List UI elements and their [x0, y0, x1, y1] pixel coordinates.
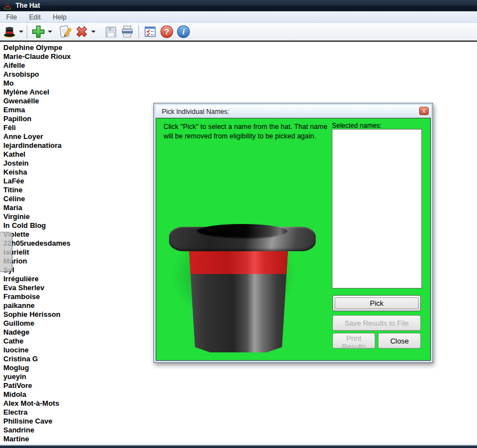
names-list: Delphine Olympe Marie-Claude Rioux Aifel… [0, 42, 137, 446]
dialog-instructions: Click "Pick" to select a name from the h… [163, 122, 330, 141]
options-checklist-icon [143, 25, 157, 38]
menu-item[interactable]: Help [47, 12, 73, 22]
help-question-icon: ? [160, 24, 174, 39]
about-info-icon: i [176, 24, 191, 39]
list-item[interactable]: Eva Sherlev [3, 283, 137, 292]
list-item[interactable]: Mo [3, 79, 137, 88]
toolbar-separator [27, 25, 27, 38]
list-item[interactable]: Sophie Hérisson [3, 310, 137, 319]
print-button[interactable] [120, 24, 135, 39]
list-item[interactable]: Maria [3, 203, 137, 212]
drag-ghost-artifact [0, 232, 12, 272]
list-item[interactable]: Sandrine [3, 426, 137, 435]
save-button[interactable] [103, 24, 118, 39]
selected-names-listbox[interactable] [332, 129, 422, 288]
chevron-down-icon [48, 31, 52, 33]
print-printer-icon [120, 24, 135, 39]
list-item[interactable]: Arsobispo [3, 70, 137, 79]
window-bottom-edge [0, 444, 477, 448]
top-hat-icon[interactable] [3, 2, 12, 10]
hat-opening [197, 224, 287, 239]
list-item[interactable]: Syl [3, 266, 137, 275]
close-icon: x [423, 108, 426, 114]
delete-dropdown-caret[interactable] [90, 24, 96, 39]
list-item[interactable]: Céline [3, 195, 137, 203]
window-titlebar: The Hat [0, 0, 477, 12]
list-item[interactable]: Kathel [3, 150, 137, 159]
list-item[interactable]: Delphine Olympe [3, 43, 137, 52]
add-name-button[interactable] [31, 24, 46, 39]
list-item[interactable]: Philisine Cave [3, 417, 137, 426]
list-item[interactable]: 22h05ruedesdames [3, 239, 137, 248]
toolbar-separator [138, 25, 139, 38]
list-item[interactable]: Nadège [3, 328, 137, 337]
list-item[interactable]: PatiVore [3, 381, 137, 390]
list-item[interactable]: lejardindenatiora [3, 141, 137, 150]
list-item[interactable]: Moglug [3, 364, 137, 372]
top-hat-picker-icon [3, 25, 16, 38]
list-item[interactable]: Cathe [3, 337, 137, 346]
hat-picker-button[interactable] [2, 24, 17, 39]
list-item[interactable]: Virginie [3, 212, 137, 221]
list-item[interactable]: paikanne [3, 301, 137, 310]
list-item[interactable]: Aifelle [3, 61, 137, 70]
list-item[interactable]: Framboise [3, 292, 137, 301]
list-item[interactable]: Marion [3, 257, 137, 266]
chevron-down-icon [19, 31, 23, 33]
list-item[interactable]: Cristina G [3, 355, 137, 364]
list-item[interactable]: Marie-Claude Rioux [3, 52, 137, 61]
help-button[interactable]: ? [159, 24, 175, 39]
list-item[interactable]: Féli [3, 123, 137, 132]
add-dropdown-caret[interactable] [47, 24, 53, 39]
list-item[interactable]: Gwenaëlle [3, 97, 137, 106]
pick-button[interactable]: Pick [332, 295, 421, 311]
toolbar-separator [99, 25, 100, 38]
list-item[interactable]: Keisha [3, 168, 137, 177]
list-item[interactable]: yueyin [3, 372, 137, 381]
options-button[interactable] [142, 24, 158, 39]
list-item[interactable]: Guillome [3, 319, 137, 328]
print-results-button[interactable]: Print Results [332, 333, 375, 349]
close-button[interactable]: Close [378, 333, 421, 349]
menu-item[interactable]: File [0, 12, 23, 22]
menu-bar: File Edit Help [0, 12, 477, 23]
list-item[interactable]: Violette [3, 230, 137, 239]
list-item[interactable]: Irrégulière [3, 275, 137, 283]
top-hat-graphic [165, 222, 320, 359]
hat-dropdown-caret[interactable] [18, 24, 24, 39]
delete-name-button[interactable] [74, 24, 90, 39]
chevron-down-icon [91, 31, 96, 33]
list-item[interactable]: laurielit [3, 248, 137, 257]
list-item[interactable]: Anne Loyer [3, 132, 137, 141]
dialog-content: Click "Pick" to select a name from the h… [156, 118, 431, 361]
list-item[interactable]: Martine [3, 435, 137, 444]
edit-name-button[interactable] [57, 24, 73, 39]
save-floppy-icon [104, 25, 118, 39]
menu-item[interactable]: Edit [23, 12, 47, 22]
list-item[interactable]: Mylène Ancel [3, 88, 137, 97]
dialog-titlebar: Pick Individual Names: x [156, 105, 431, 118]
list-item[interactable]: Emma [3, 106, 137, 115]
list-item[interactable]: Papillon [3, 115, 137, 123]
list-item[interactable]: Jostein [3, 159, 137, 168]
list-item[interactable]: Alex Mot-à-Mots [3, 399, 137, 408]
toolbar: ? i [0, 23, 477, 42]
list-item[interactable]: luocine [3, 346, 137, 355]
save-results-button[interactable]: Save Results to File [332, 315, 421, 331]
list-item[interactable]: Titine [3, 186, 137, 195]
pick-names-dialog: Pick Individual Names: x Click "Pick" to… [153, 103, 433, 363]
edit-name-pencil-icon [58, 24, 72, 39]
add-name-plus-icon [31, 24, 46, 39]
list-item[interactable]: LaFée [3, 177, 137, 186]
svg-text:?: ? [164, 27, 169, 36]
list-item[interactable]: Midola [3, 390, 137, 399]
list-item[interactable]: Electra [3, 408, 137, 417]
delete-name-x-icon [74, 24, 90, 39]
dialog-close-button[interactable]: x [419, 107, 429, 115]
list-item[interactable]: In Cold Blog [3, 221, 137, 230]
about-button[interactable]: i [176, 24, 191, 39]
window-title: The Hat [16, 2, 40, 9]
hat-body [188, 248, 289, 352]
dialog-title: Pick Individual Names: [162, 108, 229, 116]
hat-band [188, 250, 289, 274]
